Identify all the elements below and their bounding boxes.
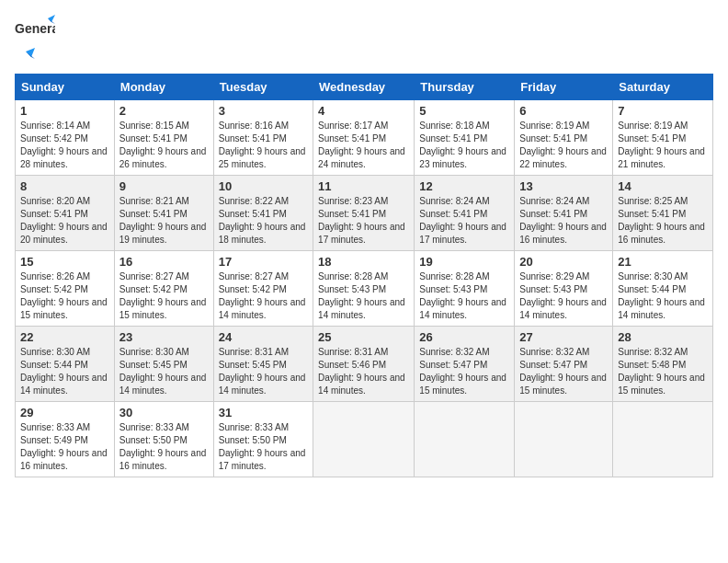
- day-info: Sunrise: 8:16 AMSunset: 5:41 PMDaylight:…: [219, 121, 306, 169]
- weekday-header-monday: Monday: [114, 75, 213, 100]
- day-info: Sunrise: 8:32 AMSunset: 5:48 PMDaylight:…: [618, 347, 705, 396]
- day-info: Sunrise: 8:30 AMSunset: 5:44 PMDaylight:…: [20, 347, 108, 396]
- day-number: 19: [419, 255, 509, 269]
- calendar-cell: 31 Sunrise: 8:33 AMSunset: 5:50 PMDaylig…: [213, 402, 313, 477]
- day-info: Sunrise: 8:24 AMSunset: 5:41 PMDaylight:…: [519, 196, 607, 245]
- svg-text:General: General: [15, 21, 55, 36]
- calendar-cell: 13 Sunrise: 8:24 AMSunset: 5:41 PMDaylig…: [515, 176, 613, 251]
- header: General: [15, 15, 713, 68]
- calendar-week-row: 15 Sunrise: 8:26 AMSunset: 5:42 PMDaylig…: [16, 251, 713, 327]
- day-number: 26: [419, 330, 509, 344]
- day-number: 11: [318, 179, 409, 193]
- day-number: 14: [618, 179, 708, 193]
- day-number: 29: [20, 406, 109, 419]
- day-info: Sunrise: 8:29 AMSunset: 5:43 PMDaylight:…: [519, 271, 607, 320]
- calendar-header-row: SundayMondayTuesdayWednesdayThursdayFrid…: [16, 75, 713, 100]
- day-info: Sunrise: 8:33 AMSunset: 5:50 PMDaylight:…: [219, 422, 306, 471]
- day-info: Sunrise: 8:19 AMSunset: 5:41 PMDaylight:…: [618, 121, 705, 169]
- day-info: Sunrise: 8:31 AMSunset: 5:45 PMDaylight:…: [219, 347, 306, 396]
- day-number: 21: [618, 255, 708, 269]
- calendar-cell: 14 Sunrise: 8:25 AMSunset: 5:41 PMDaylig…: [613, 176, 713, 251]
- weekday-header-friday: Friday: [515, 75, 613, 100]
- calendar-cell: 27 Sunrise: 8:32 AMSunset: 5:47 PMDaylig…: [515, 327, 613, 402]
- calendar-cell: [515, 402, 613, 477]
- calendar-cell: 29 Sunrise: 8:33 AMSunset: 5:49 PMDaylig…: [16, 402, 115, 477]
- calendar-cell: 12 Sunrise: 8:24 AMSunset: 5:41 PMDaylig…: [415, 176, 515, 251]
- day-number: 28: [618, 330, 708, 344]
- day-info: Sunrise: 8:22 AMSunset: 5:41 PMDaylight:…: [219, 196, 306, 245]
- day-info: Sunrise: 8:24 AMSunset: 5:41 PMDaylight:…: [419, 196, 506, 245]
- calendar-cell: 1 Sunrise: 8:14 AMSunset: 5:42 PMDayligh…: [16, 100, 115, 176]
- day-number: 27: [519, 330, 608, 344]
- calendar-cell: 15 Sunrise: 8:26 AMSunset: 5:42 PMDaylig…: [16, 251, 115, 327]
- calendar-cell: 23 Sunrise: 8:30 AMSunset: 5:45 PMDaylig…: [114, 327, 213, 402]
- calendar-cell: 3 Sunrise: 8:16 AMSunset: 5:41 PMDayligh…: [213, 100, 313, 176]
- day-number: 3: [219, 104, 308, 118]
- weekday-header-tuesday: Tuesday: [213, 75, 313, 100]
- calendar-cell: 26 Sunrise: 8:32 AMSunset: 5:47 PMDaylig…: [415, 327, 515, 402]
- day-number: 15: [20, 255, 109, 269]
- day-number: 13: [519, 179, 608, 193]
- day-number: 7: [618, 104, 708, 118]
- calendar-cell: 5 Sunrise: 8:18 AMSunset: 5:41 PMDayligh…: [415, 100, 515, 176]
- day-number: 23: [119, 330, 209, 344]
- day-info: Sunrise: 8:25 AMSunset: 5:41 PMDaylight:…: [618, 196, 705, 245]
- calendar-cell: [613, 402, 713, 477]
- calendar-table: SundayMondayTuesdayWednesdayThursdayFrid…: [15, 74, 713, 477]
- day-number: 8: [20, 179, 109, 193]
- day-number: 1: [20, 104, 109, 118]
- day-info: Sunrise: 8:27 AMSunset: 5:42 PMDaylight:…: [119, 271, 207, 320]
- day-info: Sunrise: 8:23 AMSunset: 5:41 PMDaylight:…: [318, 196, 405, 245]
- day-info: Sunrise: 8:32 AMSunset: 5:47 PMDaylight:…: [419, 347, 506, 396]
- day-number: 24: [219, 330, 308, 344]
- calendar-cell: 21 Sunrise: 8:30 AMSunset: 5:44 PMDaylig…: [613, 251, 713, 327]
- day-info: Sunrise: 8:26 AMSunset: 5:42 PMDaylight:…: [20, 271, 108, 320]
- day-number: 18: [318, 255, 409, 269]
- logo: General: [15, 15, 55, 68]
- calendar-cell: 4 Sunrise: 8:17 AMSunset: 5:41 PMDayligh…: [313, 100, 415, 176]
- day-info: Sunrise: 8:31 AMSunset: 5:46 PMDaylight:…: [318, 347, 405, 396]
- day-info: Sunrise: 8:14 AMSunset: 5:42 PMDaylight:…: [20, 121, 108, 169]
- day-info: Sunrise: 8:28 AMSunset: 5:43 PMDaylight:…: [419, 271, 506, 320]
- calendar-cell: 2 Sunrise: 8:15 AMSunset: 5:41 PMDayligh…: [114, 100, 213, 176]
- day-number: 2: [119, 104, 209, 118]
- day-info: Sunrise: 8:17 AMSunset: 5:41 PMDaylight:…: [318, 121, 405, 169]
- calendar-cell: 30 Sunrise: 8:33 AMSunset: 5:50 PMDaylig…: [114, 402, 213, 477]
- calendar-cell: 28 Sunrise: 8:32 AMSunset: 5:48 PMDaylig…: [613, 327, 713, 402]
- calendar-cell: 11 Sunrise: 8:23 AMSunset: 5:41 PMDaylig…: [313, 176, 415, 251]
- calendar-cell: [415, 402, 515, 477]
- day-number: 22: [20, 330, 109, 344]
- day-info: Sunrise: 8:20 AMSunset: 5:41 PMDaylight:…: [20, 196, 108, 245]
- calendar-cell: 7 Sunrise: 8:19 AMSunset: 5:41 PMDayligh…: [613, 100, 713, 176]
- day-number: 31: [219, 406, 308, 419]
- day-info: Sunrise: 8:21 AMSunset: 5:41 PMDaylight:…: [119, 196, 207, 245]
- day-info: Sunrise: 8:28 AMSunset: 5:43 PMDaylight:…: [318, 271, 405, 320]
- day-number: 6: [519, 104, 608, 118]
- page-container: General SundayMondayT: [0, 0, 728, 492]
- calendar-cell: 20 Sunrise: 8:29 AMSunset: 5:43 PMDaylig…: [515, 251, 613, 327]
- weekday-header-sunday: Sunday: [16, 75, 115, 100]
- calendar-week-row: 22 Sunrise: 8:30 AMSunset: 5:44 PMDaylig…: [16, 327, 713, 402]
- calendar-cell: 24 Sunrise: 8:31 AMSunset: 5:45 PMDaylig…: [213, 327, 313, 402]
- day-number: 9: [119, 179, 209, 193]
- calendar-cell: 10 Sunrise: 8:22 AMSunset: 5:41 PMDaylig…: [213, 176, 313, 251]
- logo-icon: General: [15, 15, 55, 48]
- day-number: 30: [119, 406, 209, 419]
- day-number: 12: [419, 179, 509, 193]
- calendar-cell: 18 Sunrise: 8:28 AMSunset: 5:43 PMDaylig…: [313, 251, 415, 327]
- calendar-cell: 9 Sunrise: 8:21 AMSunset: 5:41 PMDayligh…: [114, 176, 213, 251]
- day-info: Sunrise: 8:30 AMSunset: 5:44 PMDaylight:…: [618, 271, 705, 320]
- day-number: 25: [318, 330, 409, 344]
- day-number: 5: [419, 104, 509, 118]
- calendar-week-row: 1 Sunrise: 8:14 AMSunset: 5:42 PMDayligh…: [16, 100, 713, 176]
- calendar-week-row: 29 Sunrise: 8:33 AMSunset: 5:49 PMDaylig…: [16, 402, 713, 477]
- day-info: Sunrise: 8:27 AMSunset: 5:42 PMDaylight:…: [219, 271, 306, 320]
- calendar-cell: [313, 402, 415, 477]
- weekday-header-saturday: Saturday: [613, 75, 713, 100]
- day-info: Sunrise: 8:32 AMSunset: 5:47 PMDaylight:…: [519, 347, 607, 396]
- day-info: Sunrise: 8:30 AMSunset: 5:45 PMDaylight:…: [119, 347, 207, 396]
- calendar-cell: 19 Sunrise: 8:28 AMSunset: 5:43 PMDaylig…: [415, 251, 515, 327]
- day-number: 17: [219, 255, 308, 269]
- logo-bird-icon: [17, 48, 37, 68]
- weekday-header-thursday: Thursday: [415, 75, 515, 100]
